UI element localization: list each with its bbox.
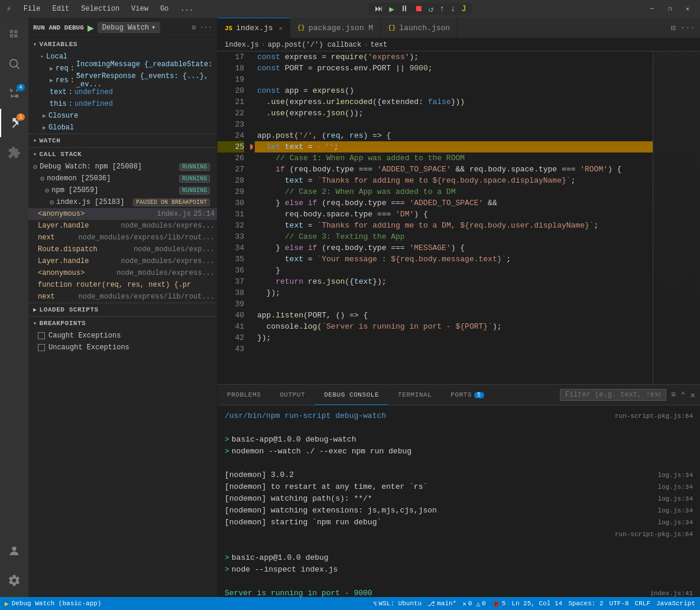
- panel-tab-ports[interactable]: PORTS 5: [441, 385, 493, 405]
- warning-icon: △: [476, 600, 480, 608]
- bp-caught-exceptions[interactable]: Caught Exceptions: [28, 330, 217, 342]
- watch-section-header[interactable]: ▾ WATCH: [28, 134, 217, 147]
- status-line-ending[interactable]: CRLF: [635, 600, 650, 607]
- status-errors[interactable]: ✕ 0 △ 0: [462, 600, 485, 608]
- cs-frame-layer-handle1[interactable]: Layer.handle node_modules/expres...: [28, 220, 217, 232]
- callstack-section-header[interactable]: ▾ CALL STACK: [28, 148, 217, 161]
- window-close[interactable]: ✕: [681, 4, 694, 14]
- cs-frame-anonymous[interactable]: <anonymous> index.js 25:14: [28, 208, 217, 220]
- bc-indexjs[interactable]: index.js: [225, 41, 259, 49]
- debug-pause[interactable]: ⏸: [398, 4, 410, 14]
- console-line-right-watch[interactable]: log.js:34: [658, 493, 693, 505]
- panel-expand-icon[interactable]: ⌃: [680, 390, 685, 400]
- panel-tab-terminal[interactable]: TERMINAL: [388, 385, 441, 405]
- bc-callback[interactable]: app.post('/') callback: [268, 41, 361, 49]
- console-line-right-restart[interactable]: log.js:34: [658, 481, 693, 493]
- debug-step-in[interactable]: ↓: [449, 4, 457, 14]
- cs-frame-next2[interactable]: next node_modules/express/lib/rout...: [28, 291, 217, 303]
- console-line-right-1[interactable]: run-script-pkg.js:64: [615, 410, 693, 422]
- cs-frame-route-dispatch[interactable]: Route.dispatch node_modules/exp...: [28, 244, 217, 255]
- debug-config-selector[interactable]: Debug Watch ▾: [98, 22, 160, 33]
- status-left: ▶ Debug Watch (basic-app): [5, 600, 101, 608]
- menu-file[interactable]: File: [21, 4, 43, 14]
- panel-list-icon[interactable]: ≡: [671, 390, 676, 400]
- var-global[interactable]: ▶ Global: [35, 122, 217, 134]
- menu-edit[interactable]: Edit: [50, 4, 72, 14]
- window-minimize[interactable]: —: [646, 4, 659, 14]
- activity-search[interactable]: [0, 50, 28, 78]
- split-editor-icon[interactable]: ⊟: [670, 23, 675, 33]
- menu-go[interactable]: Go: [158, 4, 171, 14]
- code-content[interactable]: const express = require('express'); cons…: [250, 51, 653, 384]
- activity-extensions[interactable]: [0, 138, 28, 167]
- window-maximize[interactable]: ❐: [663, 4, 676, 14]
- cs-thread-nodemon[interactable]: ⚙ nodemon [25036] RUNNING: [28, 173, 217, 184]
- cs-thread-debugwatch[interactable]: ⚙ Debug Watch: npm [25008] RUNNING: [28, 161, 217, 173]
- tab-package-json[interactable]: {} package.json M: [290, 18, 381, 38]
- activity-source-control[interactable]: 4: [0, 79, 28, 108]
- menu-selection[interactable]: Selection: [79, 4, 122, 14]
- debug-count-label: 🐞: [492, 600, 500, 608]
- debug-more-icon[interactable]: ···: [199, 24, 212, 32]
- status-spaces-label: Spaces: 2: [568, 600, 603, 607]
- status-position[interactable]: Ln 25, Col 14: [511, 600, 562, 607]
- debug-badge: 1: [17, 113, 25, 121]
- cs-frame-layer-handle2[interactable]: Layer.handle node_modules/expres...: [28, 255, 217, 267]
- var-this[interactable]: this : undefined: [35, 98, 217, 110]
- panel-tab-problems[interactable]: PROBLEMS: [218, 385, 270, 405]
- tab-launch-json[interactable]: {} launch.json: [381, 18, 458, 38]
- global-label: Global: [48, 124, 74, 132]
- bc-text[interactable]: text: [370, 41, 387, 49]
- status-encoding[interactable]: UTF-8: [610, 600, 629, 607]
- ln-43: 43: [218, 343, 244, 355]
- status-debug[interactable]: ▶ Debug Watch (basic-app): [5, 600, 101, 608]
- menu-more[interactable]: ...: [178, 4, 196, 14]
- cs-thread-icon2: ⚙: [40, 174, 44, 183]
- console-line-right-ext[interactable]: log.js:34: [658, 505, 693, 517]
- debug-continue[interactable]: ▶: [387, 4, 396, 14]
- cs-frame-anonymous2[interactable]: <anonymous> node_modules/express...: [28, 267, 217, 279]
- debug-step-over[interactable]: ⏭: [373, 4, 385, 14]
- ln-30: 30: [218, 197, 244, 209]
- console-line-right-ndm-ver[interactable]: log.js:34: [658, 469, 693, 481]
- bp-caught-checkbox[interactable]: [38, 332, 45, 339]
- start-debug-button[interactable]: ▶: [88, 23, 94, 33]
- console-line-right-start[interactable]: log.js:34: [658, 517, 693, 528]
- menu-view[interactable]: View: [129, 4, 151, 14]
- debug-stop[interactable]: ⏹: [413, 4, 424, 14]
- panel-close-icon[interactable]: ✕: [691, 390, 695, 400]
- activity-explorer[interactable]: [0, 20, 28, 48]
- debug-restart[interactable]: ↺: [427, 4, 435, 14]
- variables-section-header[interactable]: ▾ VARIABLES: [28, 38, 217, 51]
- bp-uncaught-exceptions[interactable]: Uncaught Exceptions: [28, 342, 217, 353]
- panel-filter-input[interactable]: [560, 389, 666, 401]
- tab-index-js-close[interactable]: ✕: [279, 25, 283, 32]
- console-server-right[interactable]: index.js:41: [650, 588, 693, 597]
- status-language[interactable]: JavaScript: [656, 600, 695, 607]
- activity-account[interactable]: [0, 537, 28, 565]
- breakpoints-header[interactable]: ▾ BREAKPOINTS: [28, 317, 217, 330]
- console-line-right-pkg[interactable]: run-script-pkg.js:64: [615, 528, 693, 540]
- cs-thread-indexjs[interactable]: ⚙ index.js [25183] PAUSED ON BREAKPOINT: [28, 196, 217, 208]
- var-closure[interactable]: ▶ Closure: [35, 110, 217, 122]
- var-res[interactable]: ▶ res : ServerResponse {_events: {...}, …: [35, 74, 217, 86]
- status-spaces[interactable]: Spaces: 2: [568, 600, 603, 607]
- cs-fn-anon2: <anonymous>: [38, 269, 114, 277]
- activity-run-debug[interactable]: 1 1: [0, 109, 28, 137]
- loaded-scripts-header[interactable]: ▶ LOADED SCRIPTS: [28, 303, 217, 316]
- status-branch[interactable]: ⎇ main*: [427, 600, 456, 608]
- panel-tab-output[interactable]: OUTPUT: [270, 385, 315, 405]
- debug-gear-icon[interactable]: ⚙: [192, 23, 196, 32]
- cs-thread-npm[interactable]: ⚙ npm [25059] RUNNING: [28, 184, 217, 196]
- debug-step-out[interactable]: ↑: [438, 4, 446, 14]
- activity-settings[interactable]: [0, 566, 28, 595]
- cs-frame-router[interactable]: function router(req, res, next) {.pr: [28, 279, 217, 291]
- cs-frame-next1[interactable]: next node_modules/express/lib/rout...: [28, 232, 217, 244]
- panel-tab-debug-console[interactable]: DEBUG CONSOLE: [315, 385, 388, 405]
- status-debug-count[interactable]: 🐞 5: [492, 600, 506, 608]
- bp-uncaught-checkbox[interactable]: [38, 344, 45, 351]
- status-wsl[interactable]: ⌥ WSL: Ubuntu: [373, 600, 422, 608]
- tab-index-js[interactable]: JS index.js ✕: [218, 18, 290, 38]
- more-actions-icon[interactable]: ···: [680, 23, 695, 33]
- cs-thread-label: Debug Watch: npm [25008]: [40, 163, 142, 171]
